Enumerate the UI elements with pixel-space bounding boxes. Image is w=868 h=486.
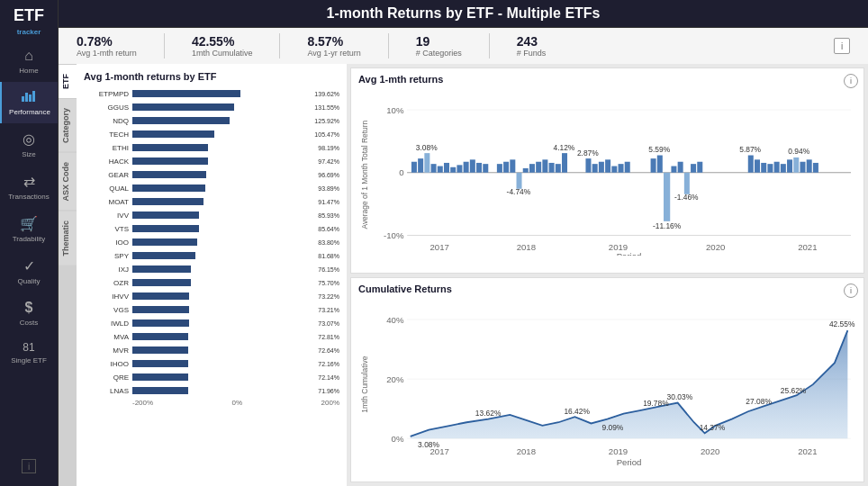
svg-rect-49 [625, 162, 630, 173]
sidebar-item-tradability[interactable]: 🛒 Tradability [0, 208, 58, 250]
svg-rect-29 [497, 164, 502, 173]
svg-text:2021: 2021 [798, 446, 817, 456]
svg-rect-39 [556, 164, 561, 173]
svg-rect-47 [611, 166, 617, 173]
stats-bar-info-button[interactable]: i [834, 38, 850, 54]
svg-rect-57 [684, 173, 690, 194]
svg-rect-51 [657, 156, 663, 173]
vertical-tabs: ETF Category ASX Code Thematic [59, 64, 77, 486]
etf-panel-title: Avg 1-month returns by ETF [84, 71, 339, 82]
svg-text:2018: 2018 [517, 242, 536, 252]
svg-rect-17 [418, 158, 423, 173]
svg-text:13.62%: 13.62% [475, 409, 502, 418]
svg-text:2020: 2020 [701, 446, 719, 456]
list-item: ETHI98.19% [84, 141, 339, 154]
tradability-icon: 🛒 [20, 215, 38, 232]
home-icon: ⌂ [24, 48, 33, 64]
svg-text:1mth Cumulative: 1mth Cumulative [360, 356, 369, 412]
list-item: GEAR96.69% [84, 168, 339, 181]
bar-chart-info-btn[interactable]: i [844, 74, 858, 88]
svg-rect-42 [585, 158, 591, 173]
stat-categories: 19 # Categories [416, 34, 462, 58]
bar-chart-svg: Average of 1 Month Total Return 10% 0 -1… [358, 88, 856, 256]
list-item: GGUS131.55% [84, 101, 339, 113]
list-item: IXJ76.15% [84, 263, 339, 275]
x-label-200: 200% [321, 399, 339, 407]
svg-text:30.03%: 30.03% [667, 392, 693, 400]
list-item: NDQ125.92% [84, 114, 339, 127]
svg-rect-1 [25, 93, 28, 102]
stat-cumulative: 42.55% 1mth Cumulative [192, 34, 253, 58]
stat-divider-2 [279, 33, 280, 58]
sidebar-item-transactions[interactable]: ⇄ Transactions [0, 166, 58, 208]
svg-text:3.08%: 3.08% [416, 143, 438, 152]
sidebar-item-costs[interactable]: $ Costs [0, 292, 58, 334]
list-item: IHVV73.22% [84, 290, 339, 302]
area-chart-svg: 1mth Cumulative 40% 20% 0% [358, 298, 856, 465]
list-item: MVR72.64% [84, 344, 339, 356]
svg-rect-68 [787, 159, 792, 172]
sidebar-item-size[interactable]: ◎ Size [0, 123, 58, 166]
list-item: OZR75.70% [84, 276, 339, 289]
svg-rect-55 [671, 166, 676, 173]
left-panel: ETF Category ASX Code Thematic Avg 1-mon… [59, 64, 347, 486]
list-item: ETPMPD139.62% [84, 87, 339, 100]
sidebar-item-quality[interactable]: ✓ Quality [0, 250, 58, 292]
sidebar-item-single-etf[interactable]: 81 Single ETF [0, 334, 58, 372]
svg-rect-25 [464, 162, 469, 173]
list-item: TECH105.47% [84, 128, 339, 140]
sidebar-item-performance[interactable]: Performance [0, 82, 58, 123]
svg-rect-73 [813, 163, 818, 173]
svg-rect-53 [664, 173, 670, 221]
svg-text:40%: 40% [386, 314, 404, 324]
x-label-0: 0% [232, 399, 243, 407]
list-item: VTS85.64% [84, 222, 339, 235]
svg-rect-71 [800, 162, 805, 173]
svg-rect-50 [651, 158, 656, 173]
svg-rect-26 [470, 159, 475, 172]
stats-bar: 0.78% Avg 1-mth return 42.55% 1mth Cumul… [59, 28, 868, 64]
vtab-category[interactable]: Category [59, 98, 77, 152]
bar-chart-title: Avg 1-mth returns [358, 74, 856, 85]
svg-text:2020: 2020 [706, 242, 725, 252]
page-title: 1-month Returns by ETF - Multiple ETFs [73, 5, 854, 22]
stat-divider-4 [489, 33, 490, 58]
content-area: ETF Category ASX Code Thematic Avg 1-mon… [59, 64, 868, 486]
list-item: LNAS71.96% [84, 384, 339, 397]
list-item: IOO83.80% [84, 236, 339, 248]
right-charts: ≡ ⓘ Avg 1-mth returns i Average of 1 Mon… [347, 64, 868, 486]
svg-text:Period: Period [617, 457, 642, 465]
svg-text:2021: 2021 [798, 242, 817, 252]
svg-rect-24 [457, 165, 462, 172]
svg-rect-16 [411, 162, 417, 173]
sidebar-info-button[interactable]: i [22, 459, 36, 473]
list-item: MVA72.81% [84, 330, 339, 343]
svg-rect-34 [523, 168, 529, 173]
svg-text:0.94%: 0.94% [788, 147, 809, 156]
page-header: 1-month Returns by ETF - Multiple ETFs [59, 0, 868, 28]
svg-text:2.87%: 2.87% [577, 148, 599, 158]
svg-rect-63 [755, 159, 760, 172]
stat-avg-1mth: 0.78% Avg 1-mth return [77, 34, 137, 58]
svg-rect-18 [424, 153, 429, 173]
svg-rect-69 [793, 158, 799, 173]
svg-text:9.09%: 9.09% [601, 422, 623, 431]
svg-rect-30 [503, 162, 509, 173]
svg-text:2017: 2017 [429, 446, 448, 456]
bar-chart-box: Avg 1-mth returns i Average of 1 Month T… [350, 68, 864, 274]
area-chart-info-btn[interactable]: i [844, 284, 858, 298]
size-icon: ◎ [23, 130, 35, 148]
svg-text:0%: 0% [392, 433, 404, 443]
costs-icon: $ [25, 300, 33, 316]
svg-rect-21 [438, 166, 443, 173]
sidebar: ETF tracker ⌂ Home Performance ◎ Size ⇄ … [0, 0, 59, 486]
svg-text:0: 0 [399, 167, 403, 177]
performance-icon [22, 89, 38, 105]
list-item: HACK97.42% [84, 155, 339, 167]
svg-text:10%: 10% [386, 105, 404, 115]
quality-icon: ✓ [23, 257, 35, 274]
vtab-asx-code[interactable]: ASX Code [59, 152, 77, 211]
vtab-thematic[interactable]: Thematic [59, 211, 77, 266]
vtab-etf[interactable]: ETF [59, 64, 77, 98]
sidebar-item-home[interactable]: ⌂ Home [0, 40, 58, 82]
